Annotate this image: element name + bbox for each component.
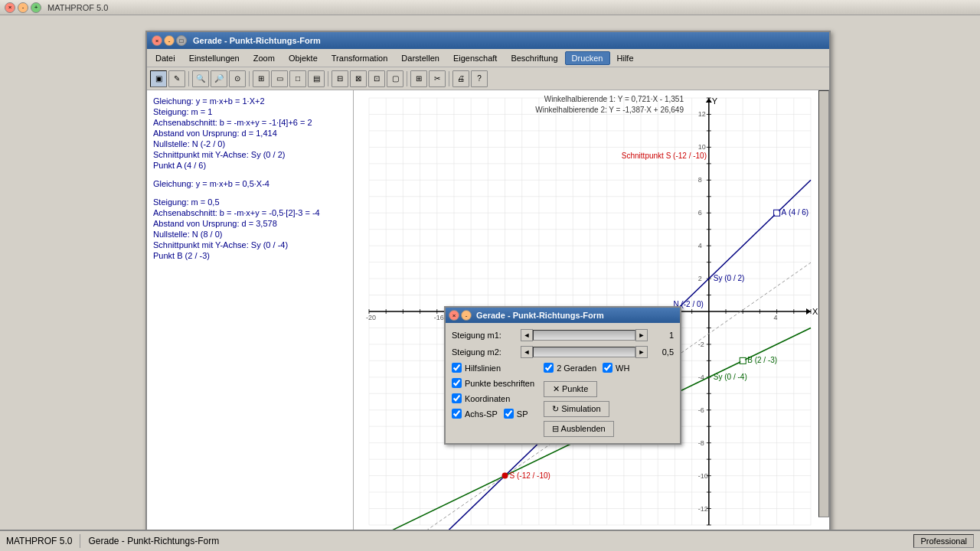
tool-frame[interactable]: ⊡: [368, 70, 385, 87]
info-line-4: Abstand von Ursprung: d = 1,414: [153, 129, 347, 138]
cb-punkte-label: Punkte beschriften: [465, 379, 534, 388]
simulation-icon: ↻: [552, 404, 561, 413]
tool-help[interactable]: ?: [471, 70, 488, 87]
cb-sp[interactable]: [504, 409, 514, 419]
steigung-m2-track[interactable]: [533, 347, 635, 357]
info-line-1: Gleichung: y = m·x+b = 1·X+2: [153, 96, 347, 106]
options-col-right: 2 Geraden WH ✕ Punkte ↻ Simulation: [544, 363, 629, 437]
tool-frame2[interactable]: ▢: [387, 70, 403, 87]
action-buttons: ✕ Punkte: [544, 381, 629, 397]
info-line-12: Nullstelle: N (8 / 0): [153, 230, 347, 239]
tool-save[interactable]: □: [289, 70, 306, 87]
steigung-m1-left[interactable]: ◄: [521, 329, 533, 341]
menu-zoom[interactable]: Zoom: [247, 51, 282, 65]
cb-hilfslinien[interactable]: [452, 363, 462, 373]
dialog-content: Steigung m1: ◄ ► 1 Steigung m2: ◄ ► 0,5 …: [446, 323, 680, 443]
tool-zoom-fit[interactable]: ⊙: [229, 70, 246, 87]
cb-achs-sp[interactable]: [452, 409, 462, 419]
tool-zoom-out[interactable]: 🔎: [211, 70, 227, 87]
btn-punkte[interactable]: ✕ Punkte: [544, 381, 597, 397]
info-line-11: Abstand von Ursprung: d = 3,578: [153, 219, 347, 228]
close-btn[interactable]: ×: [5, 2, 15, 13]
menu-beschriftung[interactable]: Beschriftung: [504, 51, 564, 65]
toolbar-sep-3: [328, 71, 328, 86]
menu-darstellen[interactable]: Darstellen: [394, 51, 446, 65]
tool-zoom-in[interactable]: 🔍: [192, 70, 209, 87]
menu-eigenschaft[interactable]: Eigenschaft: [446, 51, 504, 65]
menu-datei[interactable]: Datei: [149, 51, 182, 65]
status-sep: [80, 534, 80, 548]
ausblenden-row: ⊟ Ausblenden: [544, 421, 629, 437]
cb-2-geraden[interactable]: [544, 363, 554, 373]
app-status-bar: MATHPROF 5.0 Gerade - Punkt-Richtungs-Fo…: [0, 530, 980, 551]
title-bar-buttons[interactable]: × - +: [5, 2, 41, 13]
menu-bar: Datei Einstellungen Zoom Objekte Transfo…: [147, 49, 829, 67]
tool-pencil[interactable]: ✎: [168, 70, 185, 87]
steigung-m2-value: 0,5: [651, 347, 674, 357]
steigung-m1-track[interactable]: [533, 330, 635, 341]
min-btn[interactable]: -: [18, 2, 28, 13]
info-line-2: Steigung: m = 1: [153, 107, 347, 116]
options-col-left: Hilfslinien Punkte beschriften Koordinat…: [452, 363, 534, 437]
tool-select[interactable]: ▣: [150, 70, 167, 87]
app-status-name: MATHPROF 5.0: [6, 536, 72, 546]
tool-open[interactable]: ▤: [308, 70, 325, 87]
steigung-m1-right[interactable]: ►: [635, 329, 648, 341]
window-max-btn[interactable]: □: [176, 35, 187, 46]
cb-punkte-row: Punkte beschriften: [452, 378, 534, 388]
cb-achs-sp-label: Achs-SP: [465, 409, 498, 419]
cb-hilfslinien-row: Hilfslinien: [452, 363, 534, 373]
window-title-buttons[interactable]: × - □: [152, 35, 187, 46]
cb-koordinaten[interactable]: [452, 393, 462, 403]
app-status-window: Gerade - Punkt-Richtungs-Form: [88, 536, 219, 546]
cb-achssp-row: Achs-SP SP: [452, 409, 534, 419]
dialog-gerade: × - Gerade - Punkt-Richtungs-Form Steigu…: [444, 306, 681, 445]
tool-table2[interactable]: ⊠: [350, 70, 367, 87]
btn-ausblenden[interactable]: ⊟ Ausblenden: [544, 421, 614, 437]
tool-cut[interactable]: ✂: [429, 70, 446, 87]
scrollbar-vertical[interactable]: [818, 90, 829, 517]
steigung-m2-right[interactable]: ►: [635, 346, 648, 358]
steigung-m2-left[interactable]: ◄: [521, 346, 533, 358]
tool-print[interactable]: ▭: [271, 70, 288, 87]
dialog-min-btn[interactable]: -: [461, 310, 472, 321]
punkte-icon: ✕: [553, 384, 562, 393]
toolbar-sep-1: [188, 71, 189, 86]
dialog-title-buttons[interactable]: × -: [449, 310, 472, 321]
app-status-edition: Professional: [913, 534, 974, 548]
info-line-7: Punkt A (4 / 6): [153, 161, 347, 170]
btn-simulation[interactable]: ↻ Simulation: [544, 401, 609, 417]
info-line-14: Punkt B (2 / -3): [153, 251, 347, 260]
info-line-13: Schnittpunkt mit Y-Achse: Sy (0 / -4): [153, 240, 347, 249]
toolbar: ▣ ✎ 🔍 🔎 ⊙ ⊞ ▭ □ ▤ ⊟ ⊠ ⊡ ▢ ⊞ ✂ 🖨 ?: [147, 67, 829, 90]
cb-koordinaten-label: Koordinaten: [465, 394, 510, 403]
window-close-btn[interactable]: ×: [152, 35, 162, 46]
menu-objekte[interactable]: Objekte: [282, 51, 325, 65]
tool-table[interactable]: ⊟: [332, 70, 348, 87]
tool-copy[interactable]: ⊞: [410, 70, 427, 87]
window-min-btn[interactable]: -: [164, 35, 175, 46]
menu-drucken[interactable]: Drucken: [565, 51, 610, 65]
cb-wh[interactable]: [603, 363, 612, 373]
info-line-6: Schnittpunkt mit Y-Achse: Sy (0 / 2): [153, 150, 347, 159]
menu-hilfe[interactable]: Hilfe: [610, 51, 641, 65]
info-line-10: Achsenabschnitt: b = -m·x+y = -0,5·[2]-3…: [153, 208, 347, 217]
toolbar-sep-2: [249, 71, 250, 86]
simulation-row: ↻ Simulation: [544, 401, 629, 417]
window-title: Gerade - Punkt-Richtungs-Form: [193, 36, 321, 45]
cb-hilfslinien-label: Hilfslinien: [465, 364, 501, 373]
menu-einstellungen[interactable]: Einstellungen: [182, 51, 247, 65]
max-btn[interactable]: +: [31, 2, 41, 13]
info-line-3: Achsenabschnitt: b = -m·x+y = -1·[4]+6 =…: [153, 118, 347, 127]
window-title-bar: × - □ Gerade - Punkt-Richtungs-Form: [147, 32, 829, 49]
main-window: × - □ Gerade - Punkt-Richtungs-Form Date…: [145, 31, 831, 536]
app-title-bar: × - + MATHPROF 5.0: [0, 0, 980, 15]
tool-print2[interactable]: 🖨: [452, 70, 469, 87]
tool-grid[interactable]: ⊞: [253, 70, 270, 87]
dialog-title-text: Gerade - Punkt-Richtungs-Form: [476, 311, 604, 320]
dialog-close-btn[interactable]: ×: [449, 310, 459, 321]
menu-transformation[interactable]: Transformation: [325, 51, 395, 65]
cb-2-geraden-label: 2 Geraden: [557, 364, 596, 373]
cb-punkte[interactable]: [452, 378, 462, 388]
cb-koordinaten-row: Koordinaten: [452, 393, 534, 403]
